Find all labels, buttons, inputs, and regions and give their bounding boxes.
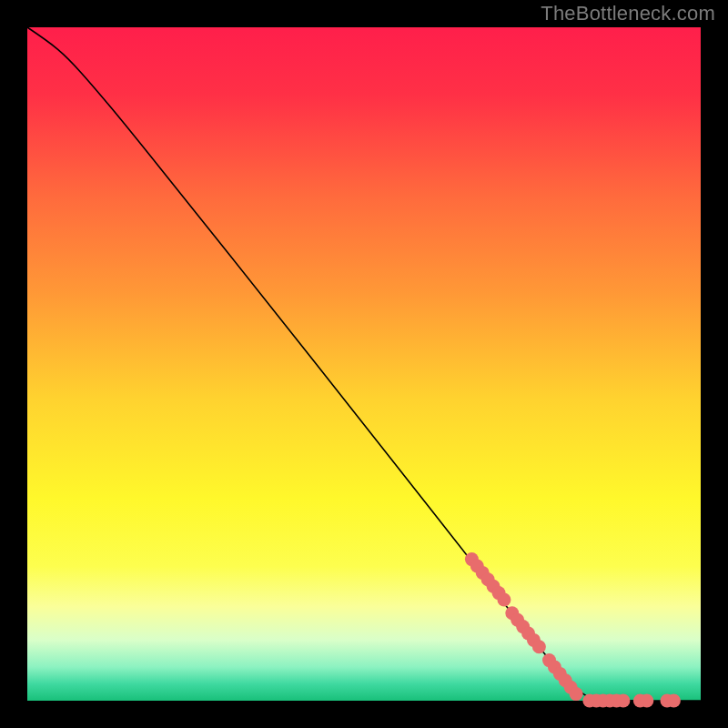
data-marker bbox=[570, 687, 583, 701]
chart-svg bbox=[0, 0, 728, 728]
data-marker bbox=[497, 593, 511, 607]
data-marker bbox=[616, 694, 630, 708]
data-marker bbox=[667, 694, 681, 708]
data-marker bbox=[532, 640, 546, 653]
data-marker bbox=[640, 694, 653, 708]
chart-container: TheBottleneck.com bbox=[0, 0, 728, 728]
